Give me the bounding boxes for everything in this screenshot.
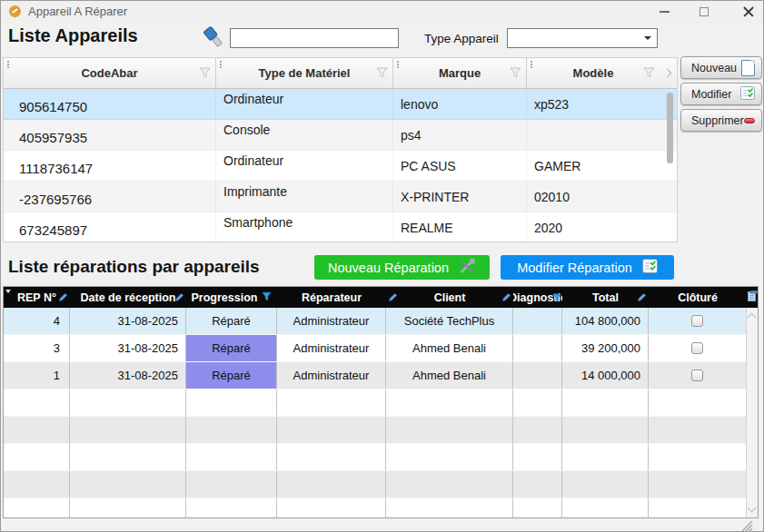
appareil-row[interactable]: 905614750 Ordinateur lenovo xp523 <box>4 89 677 120</box>
reparation-row[interactable]: 1 31-08-2025 Réparé Administrateur Ahmed… <box>4 362 758 389</box>
column-chooser-button[interactable] <box>747 287 758 308</box>
active-filter-funnel-icon[interactable] <box>262 291 272 304</box>
grid-nav-next-button[interactable] <box>660 58 677 89</box>
drag-grip-icon <box>397 61 399 63</box>
cell-marque: lenovo <box>393 89 527 119</box>
cell-cloture <box>649 308 747 334</box>
column-header-rep[interactable]: REP N° <box>4 287 70 308</box>
minimize-icon <box>660 11 670 13</box>
cell-type: Smartphone <box>216 212 393 242</box>
chevron-right-icon <box>663 69 672 78</box>
column-header-date[interactable]: Date de réception <box>70 287 186 308</box>
column-header-total[interactable]: Total <box>562 287 649 308</box>
empty-row <box>4 444 758 471</box>
column-header-codeabar[interactable]: CodeAbar <box>4 58 216 89</box>
cell-reparateur: Administrateur <box>277 362 386 389</box>
reparation-row[interactable]: 4 31-08-2025 Réparé Administrateur Socié… <box>4 308 758 335</box>
search-pen-icon[interactable] <box>636 291 648 306</box>
close-button[interactable] <box>730 1 764 23</box>
close-icon <box>742 5 755 18</box>
column-header-cloture[interactable]: Clôturé <box>649 287 747 308</box>
cell-type: Ordinateur <box>216 89 393 119</box>
vertical-scrollbar[interactable] <box>667 93 673 163</box>
modifier-reparation-button[interactable]: Modifier Réparation <box>501 255 674 280</box>
column-label: CodeAbar <box>81 66 137 80</box>
column-label: Date de réception <box>81 291 176 304</box>
cloture-checkbox[interactable] <box>691 315 703 327</box>
cell-diagnostic <box>513 362 562 389</box>
reparation-row[interactable]: 3 31-08-2025 Réparé Administrateur Ahmed… <box>4 335 758 362</box>
app-window: Appareil A Réparer Liste Appareils Type … <box>0 0 764 532</box>
supprimer-button[interactable]: Supprimer <box>680 109 762 132</box>
appareil-row[interactable]: -237695766 Imprimante X-PRINTER 02010 <box>4 182 677 212</box>
cell-cloture <box>649 362 747 389</box>
reparations-grid: REP N° Date de réception Progression Rép… <box>3 286 759 518</box>
scroll-up-icon[interactable] <box>748 313 757 322</box>
cell-rep: 1 <box>4 362 70 389</box>
modifier-reparation-label: Modifier Réparation <box>517 261 632 275</box>
cell-reparateur: Administrateur <box>277 308 386 334</box>
cell-client: Ahmed Benali <box>386 335 513 361</box>
type-appareil-select[interactable] <box>507 28 658 48</box>
appareil-row[interactable]: 405957935 Console ps4 <box>4 120 677 151</box>
column-header-reparateur[interactable]: Réparateur <box>277 287 386 308</box>
nouveau-button[interactable]: Nouveau <box>680 56 762 79</box>
column-header-progression[interactable]: Progression <box>186 287 277 308</box>
maximize-button[interactable] <box>686 1 722 23</box>
vertical-scrollbar[interactable] <box>746 308 758 517</box>
search-input[interactable] <box>230 28 399 48</box>
search-pen-icon[interactable] <box>387 291 399 306</box>
cell-type: Imprimante <box>216 182 393 212</box>
appareil-row[interactable]: 1118736147 Ordinateur PC ASUS GAMER <box>4 151 677 182</box>
cell-modele <box>527 120 660 150</box>
cell-client: Ahmed Benali <box>386 362 513 389</box>
maximize-icon <box>700 7 709 16</box>
empty-row <box>4 417 758 444</box>
cloture-checkbox[interactable] <box>691 342 703 354</box>
column-label: REP N° <box>17 291 56 304</box>
cell-total: 39 200,000 <box>562 335 649 361</box>
column-label: Total <box>592 291 619 304</box>
cell-total: 14 000,000 <box>562 362 649 389</box>
column-header-type-materiel[interactable]: Type de Matériel <box>216 58 393 89</box>
cell-modele: 2020 <box>527 212 660 242</box>
appareils-heading: Liste Appareils <box>8 25 138 46</box>
cell-date: 31-08-2025 <box>70 335 186 361</box>
barcode-scanner-icon <box>202 25 226 54</box>
column-label: Progression <box>192 291 258 304</box>
cell-marque: PC ASUS <box>393 151 527 181</box>
cell-codeabar: 673245897 <box>4 212 216 242</box>
resize-grip[interactable] <box>740 519 754 532</box>
scroll-down-icon[interactable] <box>748 504 757 513</box>
filter-funnel-icon[interactable] <box>5 290 11 293</box>
cell-type: Ordinateur <box>216 151 393 181</box>
app-icon <box>9 5 21 17</box>
cell-modele: xp523 <box>527 89 660 119</box>
column-header-modele[interactable]: Modèle <box>527 58 660 89</box>
filter-funnel-icon[interactable] <box>199 67 211 81</box>
filter-funnel-icon[interactable] <box>376 67 388 81</box>
modifier-button[interactable]: Modifier <box>680 83 762 105</box>
nouveau-reparation-button[interactable]: Nouveau Réparation <box>314 255 490 280</box>
cloture-checkbox[interactable] <box>691 369 703 381</box>
nouveau-button-label: Nouveau <box>691 62 737 74</box>
filter-funnel-icon[interactable] <box>510 67 521 81</box>
cell-total: 104 800,000 <box>562 308 649 334</box>
minimize-button[interactable] <box>646 1 682 23</box>
search-pen-icon[interactable] <box>174 291 185 306</box>
cell-marque: ps4 <box>393 120 527 150</box>
column-header-diagnostic[interactable]: Diagnostic <box>513 287 562 308</box>
search-pen-icon[interactable] <box>501 291 512 306</box>
tools-icon <box>459 258 476 277</box>
empty-row <box>4 471 758 498</box>
active-filter-funnel-icon[interactable] <box>552 292 561 305</box>
appareil-row[interactable]: 673245897 Smartphone REALME 2020 <box>4 212 677 243</box>
title-bar[interactable]: Appareil A Réparer <box>1 1 763 23</box>
filter-funnel-icon[interactable] <box>643 67 655 81</box>
search-pen-icon[interactable] <box>57 291 69 306</box>
column-header-marque[interactable]: Marque <box>393 58 527 89</box>
empty-row <box>4 389 758 417</box>
column-header-client[interactable]: Client <box>386 287 513 308</box>
drag-grip-icon <box>531 61 532 63</box>
cell-rep: 3 <box>4 335 70 361</box>
